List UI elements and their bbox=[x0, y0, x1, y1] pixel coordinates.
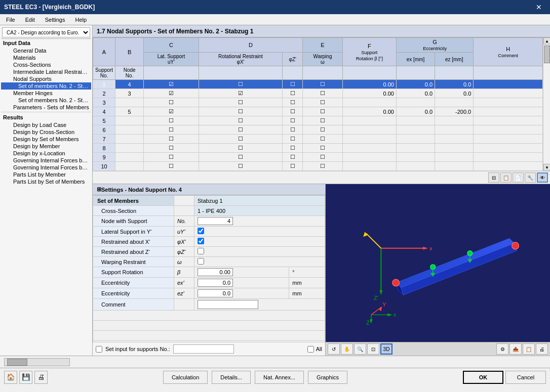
cell-phiz[interactable]: ☐ bbox=[283, 144, 303, 153]
cell-warping[interactable]: ☐ bbox=[303, 98, 342, 107]
export-icon[interactable]: 📋 bbox=[500, 172, 512, 183]
sidebar-item-intermediate-lateral[interactable]: Intermediate Lateral Restraints bbox=[1, 68, 91, 75]
restrained-z-checkbox[interactable] bbox=[198, 248, 204, 254]
menu-edit[interactable]: Edit bbox=[21, 16, 39, 24]
cell-lat-support[interactable]: ☑ bbox=[144, 89, 199, 98]
table-row[interactable]: 9 ☐ ☐ ☐ ☐ bbox=[93, 153, 543, 162]
cell-warping[interactable]: ☐ bbox=[303, 144, 342, 153]
menu-file[interactable]: File bbox=[2, 16, 19, 24]
cell-warping[interactable]: ☐ bbox=[303, 89, 342, 98]
view-settings-icon[interactable]: ⚙ bbox=[496, 343, 508, 355]
lat-support-checkbox[interactable] bbox=[198, 228, 204, 234]
close-button[interactable]: ✕ bbox=[532, 2, 546, 12]
rotation-value[interactable] bbox=[194, 267, 289, 278]
view-icon[interactable]: 👁 bbox=[537, 172, 548, 183]
scroll-up-arrow[interactable]: ▲ bbox=[543, 37, 550, 45]
warping-value[interactable] bbox=[194, 257, 325, 267]
sidebar-item-design-x-location[interactable]: Design by x-Location bbox=[1, 150, 91, 157]
ez-value[interactable] bbox=[194, 288, 289, 299]
restrained-x-checkbox[interactable] bbox=[198, 238, 204, 244]
menu-help[interactable]: Help bbox=[71, 16, 91, 24]
ex-input[interactable] bbox=[198, 279, 233, 287]
ok-button[interactable]: OK bbox=[463, 371, 503, 384]
table-row[interactable]: 5 ☐ ☐ ☐ ☐ bbox=[93, 116, 543, 125]
cell-phiz[interactable]: ☐ bbox=[283, 98, 303, 107]
table-row[interactable]: 6 ☐ ☐ ☐ ☐ bbox=[93, 125, 543, 135]
table-row[interactable]: 7 ☐ ☐ ☐ ☐ bbox=[93, 135, 543, 144]
ez-input[interactable] bbox=[198, 289, 233, 297]
lat-support-value[interactable] bbox=[194, 227, 325, 237]
filter-icon[interactable]: ⊟ bbox=[488, 172, 499, 183]
view3d-icon[interactable]: 3D bbox=[380, 343, 392, 355]
cell-phiz[interactable]: ☐ bbox=[283, 162, 303, 171]
view-print-icon[interactable]: 🖨 bbox=[536, 343, 548, 355]
cell-warping[interactable]: ☐ bbox=[303, 135, 342, 144]
sidebar-item-gov-internal-set[interactable]: Governing Internal Forces by S... bbox=[1, 164, 91, 171]
all-checkbox[interactable] bbox=[307, 346, 314, 353]
rotate-icon[interactable]: ↺ bbox=[328, 343, 340, 355]
cell-phix[interactable]: ☐ bbox=[199, 135, 282, 144]
sidebar-item-parts-list-set[interactable]: Parts List by Set of Members bbox=[1, 178, 91, 185]
cell-phix[interactable]: ☐ bbox=[199, 153, 282, 162]
scroll-down-arrow[interactable]: ▼ bbox=[543, 164, 550, 171]
sidebar-item-cross-sections[interactable]: Cross-Sections bbox=[1, 61, 91, 68]
sidebar-item-member-hinges[interactable]: Member Hinges bbox=[1, 90, 91, 97]
cell-phiz[interactable]: ☐ bbox=[283, 125, 303, 135]
table-row[interactable]: 8 ☐ ☐ ☐ ☐ bbox=[93, 144, 543, 153]
cell-warping[interactable]: ☐ bbox=[303, 116, 342, 125]
menu-settings[interactable]: Settings bbox=[41, 16, 69, 24]
graphics-button[interactable]: Graphics bbox=[308, 371, 347, 384]
rotation-input[interactable] bbox=[198, 268, 233, 276]
table-row[interactable]: 4 5 ☑ ☐ ☐ ☐ 0.00 0.0 -200.0 bbox=[93, 107, 543, 116]
restrained-z-value[interactable] bbox=[194, 247, 325, 257]
cell-phix[interactable]: ☐ bbox=[199, 80, 282, 89]
cell-lat-support[interactable]: ☑ bbox=[144, 80, 199, 89]
sidebar-item-design-member[interactable]: Design by Member bbox=[1, 143, 91, 150]
cell-phiz[interactable]: ☐ bbox=[283, 116, 303, 125]
cell-phix[interactable]: ☐ bbox=[199, 162, 282, 171]
scroll-thumb[interactable] bbox=[544, 46, 550, 63]
view-export-icon[interactable]: 📤 bbox=[509, 343, 522, 355]
cell-lat-support[interactable]: ☐ bbox=[144, 153, 199, 162]
cell-phix[interactable]: ☐ bbox=[199, 98, 282, 107]
scroll-thumb-h[interactable] bbox=[7, 359, 27, 366]
table-row[interactable]: 1 4 ☑ ☐ ☐ ☐ 0.00 0.0 0.0 bbox=[93, 80, 543, 89]
sidebar-item-general-data[interactable]: General Data bbox=[1, 47, 91, 54]
set-input-checkbox[interactable] bbox=[96, 346, 102, 353]
sidebar-item-parameters-sets[interactable]: Parameters - Sets of Members bbox=[1, 104, 91, 111]
ex-value[interactable] bbox=[194, 278, 289, 288]
copy-icon[interactable]: 📄 bbox=[513, 172, 524, 183]
cell-lat-support[interactable]: ☐ bbox=[144, 98, 199, 107]
print-button[interactable]: 🖨 bbox=[34, 371, 48, 384]
set-input-field[interactable] bbox=[173, 344, 234, 354]
print-icon[interactable]: 🔧 bbox=[525, 172, 536, 183]
zoom-fit-icon[interactable]: ⊡ bbox=[367, 343, 379, 355]
cell-lat-support[interactable]: ☐ bbox=[144, 162, 199, 171]
cell-lat-support[interactable]: ☐ bbox=[144, 125, 199, 135]
details-button[interactable]: Details... bbox=[212, 371, 251, 384]
warping-checkbox[interactable] bbox=[198, 258, 204, 265]
cell-phiz[interactable]: ☐ bbox=[283, 89, 303, 98]
cell-phiz[interactable]: ☐ bbox=[283, 80, 303, 89]
cell-phix[interactable]: ☐ bbox=[199, 125, 282, 135]
sidebar-item-parts-list-member[interactable]: Parts List by Member bbox=[1, 171, 91, 178]
sidebar-item-design-load-case[interactable]: Design by Load Case bbox=[1, 121, 91, 128]
cell-warping[interactable]: ☐ bbox=[303, 80, 342, 89]
cell-phix[interactable]: ☐ bbox=[199, 144, 282, 153]
cancel-button[interactable]: Cancel bbox=[505, 371, 546, 384]
zoom-icon[interactable]: 🔍 bbox=[354, 343, 366, 355]
sidebar-item-nodal-supports-set2[interactable]: Set of members No. 2 - Sta... bbox=[1, 82, 91, 90]
cell-warping[interactable]: ☐ bbox=[303, 162, 342, 171]
sidebar-item-design-set-members[interactable]: Design by Set of Members bbox=[1, 136, 91, 143]
home-button[interactable]: 🏠 bbox=[4, 371, 17, 384]
table-row[interactable]: 3 ☐ ☐ ☐ ☐ bbox=[93, 98, 543, 107]
cell-warping[interactable]: ☐ bbox=[303, 153, 342, 162]
cell-phix[interactable]: ☐ bbox=[199, 116, 282, 125]
scrollbar-horizontal[interactable] bbox=[4, 358, 70, 366]
cell-lat-support[interactable]: ☐ bbox=[144, 135, 199, 144]
design-dropdown[interactable]: CA2 - Design according to Euro... bbox=[2, 27, 90, 37]
cell-lat-support[interactable]: ☑ bbox=[144, 107, 199, 116]
sidebar-item-nodal-supports[interactable]: Nodal Supports bbox=[1, 75, 91, 82]
cell-lat-support[interactable]: ☐ bbox=[144, 144, 199, 153]
view-copy-icon[interactable]: 📋 bbox=[523, 343, 535, 355]
